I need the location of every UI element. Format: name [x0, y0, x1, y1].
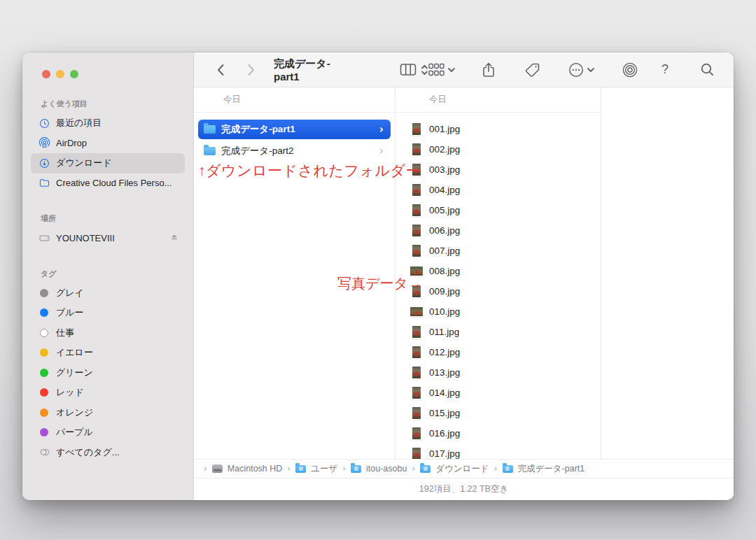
airdrop-toolbar-icon[interactable]: [622, 62, 638, 78]
chevron-up-down-icon: [421, 64, 428, 76]
chevron-down-icon: [448, 67, 455, 73]
sidebar-item-downloads[interactable]: ダウンロード: [31, 153, 185, 173]
tag-icon[interactable]: [525, 62, 540, 78]
photo-thumbnail: [412, 285, 421, 297]
file-row[interactable]: 010.jpg: [396, 301, 601, 322]
sidebar-item-airdrop[interactable]: AirDrop: [31, 134, 185, 154]
tag-label: グリーン: [56, 367, 93, 379]
file-row[interactable]: 014.jpg: [396, 383, 601, 403]
file-row[interactable]: 007.jpg: [396, 241, 601, 261]
sidebar: よく使う項目 最近の項目 AirDrop ダウンロード: [22, 52, 194, 500]
file-row[interactable]: 002.jpg: [396, 139, 601, 159]
minimize-button[interactable]: [56, 70, 64, 78]
file-row[interactable]: 015.jpg: [396, 403, 601, 423]
sidebar-item-label: 最近の項目: [56, 117, 102, 129]
file-row[interactable]: 013.jpg: [396, 362, 601, 383]
chevron-right-icon: ›: [379, 145, 384, 157]
file-row[interactable]: 011.jpg: [396, 322, 601, 342]
zoom-button[interactable]: [70, 70, 78, 78]
eject-icon[interactable]: [169, 232, 179, 243]
group-header-today: 今日: [194, 87, 395, 113]
page-title: 完成データ-part1: [274, 57, 333, 83]
tag-dot-icon: [40, 289, 48, 297]
search-icon[interactable]: [701, 63, 714, 76]
sidebar-tag-item[interactable]: グリーン: [31, 363, 185, 383]
folder-row[interactable]: 完成データ-part1 ›: [198, 120, 391, 139]
sidebar-tag-item[interactable]: ブルー: [31, 303, 185, 323]
sidebar-tag-item[interactable]: グレイ: [31, 283, 185, 304]
tags-section-title: タグ: [41, 269, 193, 279]
breadcrumb-separator: ›: [342, 464, 346, 474]
group-button[interactable]: [428, 63, 455, 76]
thumbnail-slot: [410, 307, 423, 316]
breadcrumb-separator: ›: [494, 464, 498, 474]
chevron-right-icon: ›: [379, 123, 384, 136]
forward-button[interactable]: [245, 62, 257, 78]
breadcrumb-label: itou-asobu: [366, 464, 407, 474]
photo-thumbnail: [412, 184, 421, 196]
file-name: 005.jpg: [429, 205, 460, 215]
breadcrumb-item[interactable]: › ユーザ: [287, 463, 337, 475]
file-name: 001.jpg: [429, 124, 460, 134]
back-button[interactable]: [215, 62, 227, 78]
finder-window: よく使う項目 最近の項目 AirDrop ダウンロード: [22, 52, 734, 500]
breadcrumb-item[interactable]: › Macintosh HD: [204, 464, 282, 474]
file-name: 002.jpg: [429, 144, 460, 155]
sidebar-item-all-tags[interactable]: すべてのタグ...: [31, 443, 185, 463]
file-row[interactable]: 008.jpg: [396, 261, 601, 281]
chevron-down-icon: [587, 67, 594, 73]
sidebar-item-label: Creative Cloud Files Perso...: [56, 178, 172, 188]
file-name: 003.jpg: [429, 164, 460, 175]
file-row[interactable]: 009.jpg: [396, 281, 601, 301]
file-row[interactable]: 005.jpg: [396, 200, 601, 220]
photo-thumbnail: [412, 225, 421, 236]
breadcrumb-icon: [420, 465, 430, 473]
thumbnail-slot: [410, 346, 423, 358]
file-name: 011.jpg: [429, 327, 459, 337]
sidebar-tag-item[interactable]: レッド: [31, 383, 185, 403]
sidebar-item-younoteviii[interactable]: YOUNOTEVIII: [31, 228, 185, 248]
file-row[interactable]: 004.jpg: [396, 180, 601, 200]
sidebar-tag-item[interactable]: 仕事: [31, 323, 185, 343]
photo-thumbnail: [410, 307, 423, 316]
folder-row[interactable]: 完成データ-part2 ›: [198, 141, 391, 161]
file-name: 017.jpg: [429, 448, 460, 459]
all-tags-row: すべてのタグ...: [22, 443, 193, 463]
thumbnail-slot: [410, 407, 423, 419]
more-options-button[interactable]: [568, 62, 594, 78]
preview-column-empty: [601, 87, 734, 459]
help-button[interactable]: ?: [662, 62, 668, 77]
breadcrumb-label: ダウンロード: [435, 463, 489, 475]
photo-thumbnail: [412, 367, 421, 378]
thumbnail-slot: [410, 448, 423, 459]
file-row[interactable]: 017.jpg: [396, 443, 601, 459]
tag-label: 仕事: [56, 327, 74, 339]
breadcrumb-item[interactable]: › ダウンロード: [412, 463, 489, 475]
sidebar-item-recents[interactable]: 最近の項目: [31, 113, 185, 134]
tag-label: グレイ: [56, 287, 84, 299]
photo-thumbnail: [412, 164, 421, 176]
breadcrumb-item[interactable]: › itou-asobu: [342, 464, 407, 474]
file-row[interactable]: 003.jpg: [396, 159, 601, 180]
breadcrumb-item[interactable]: › 完成データ-part1: [494, 463, 585, 475]
folder-icon: [38, 177, 50, 190]
sidebar-item-label: すべてのタグ...: [56, 446, 120, 459]
photo-thumbnail: [412, 326, 421, 338]
view-control[interactable]: [400, 63, 428, 76]
sidebar-tag-item[interactable]: パープル: [31, 422, 185, 443]
clock-icon: [38, 117, 50, 129]
file-row[interactable]: 012.jpg: [396, 342, 601, 362]
sidebar-item-creative-cloud[interactable]: Creative Cloud Files Perso...: [31, 173, 185, 194]
file-row[interactable]: 016.jpg: [396, 423, 601, 443]
toolbar-right-cluster: ?: [428, 62, 714, 78]
file-row[interactable]: 006.jpg: [396, 220, 601, 241]
sidebar-tag-item[interactable]: イエロー: [31, 343, 185, 363]
photo-thumbnail: [412, 204, 421, 216]
share-icon[interactable]: [482, 62, 496, 78]
file-row[interactable]: 001.jpg: [396, 119, 601, 139]
close-button[interactable]: [42, 70, 50, 78]
breadcrumb-separator: ›: [204, 464, 207, 474]
sidebar-tag-item[interactable]: オレンジ: [31, 403, 185, 423]
files-column: 今日 001.jpg: [396, 87, 601, 459]
file-rows: 001.jpg 002.jpg: [396, 113, 601, 459]
